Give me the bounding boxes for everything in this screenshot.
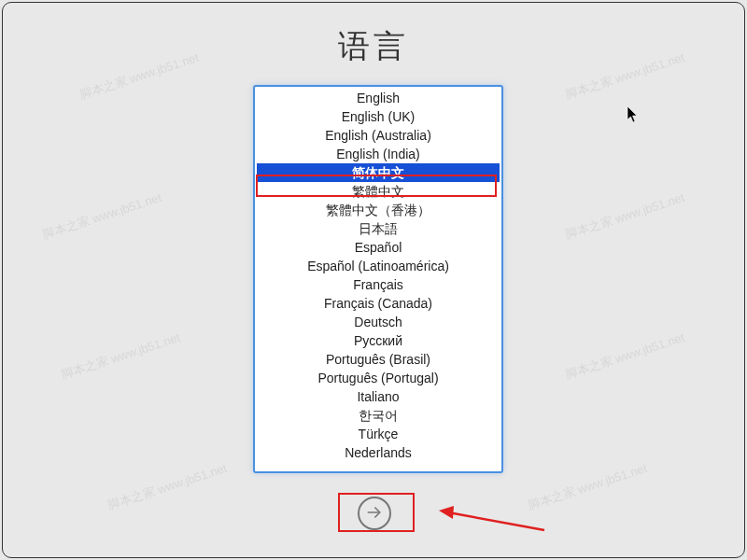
language-option[interactable]: 한국어 (257, 406, 500, 425)
arrow-right-icon (365, 503, 384, 525)
language-option[interactable]: Português (Portugal) (257, 369, 500, 387)
language-option[interactable]: Русский (257, 331, 500, 350)
language-option[interactable]: Nederlands (257, 443, 500, 462)
language-option[interactable]: English (UK) (257, 107, 500, 126)
annotation-arrow-icon (437, 497, 549, 535)
language-option[interactable]: Türkçe (257, 425, 500, 443)
page-title: 语言 (3, 25, 744, 68)
language-option[interactable]: Español (257, 238, 500, 257)
language-option[interactable]: Italiano (257, 387, 500, 406)
watermark: 脚本之家 www.jb51.net (563, 329, 686, 384)
language-option[interactable]: Français (257, 275, 500, 294)
svg-marker-2 (439, 506, 454, 519)
svg-line-1 (448, 512, 544, 530)
language-option[interactable]: Français (Canada) (257, 294, 500, 313)
watermark: 脚本之家 www.jb51.net (40, 189, 163, 244)
language-option[interactable]: Español (Latinoamérica) (257, 257, 500, 275)
language-option[interactable]: English (257, 89, 500, 107)
language-listbox[interactable]: EnglishEnglish (UK)English (Australia)En… (253, 85, 503, 473)
language-option[interactable]: 繁體中文 (257, 182, 500, 201)
language-option[interactable]: Deutsch (257, 313, 500, 331)
mouse-cursor-icon (627, 105, 640, 124)
watermark: 脚本之家 www.jb51.net (526, 460, 649, 514)
language-list-scroll[interactable]: EnglishEnglish (UK)English (Australia)En… (257, 89, 500, 469)
setup-window: 语言 EnglishEnglish (UK)English (Australia… (2, 2, 745, 558)
language-option[interactable]: English (Australia) (257, 126, 500, 145)
watermark: 脚本之家 www.jb51.net (59, 329, 182, 384)
continue-button[interactable] (358, 497, 391, 530)
language-option[interactable]: 简体中文 (257, 163, 500, 182)
watermark: 脚本之家 www.jb51.net (106, 460, 229, 514)
language-option[interactable]: English (India) (257, 145, 500, 163)
language-option[interactable]: 繁體中文（香港） (257, 201, 500, 219)
language-option[interactable]: Português (Brasil) (257, 350, 500, 369)
watermark: 脚本之家 www.jb51.net (563, 189, 686, 244)
language-option[interactable]: 日本語 (257, 219, 500, 238)
